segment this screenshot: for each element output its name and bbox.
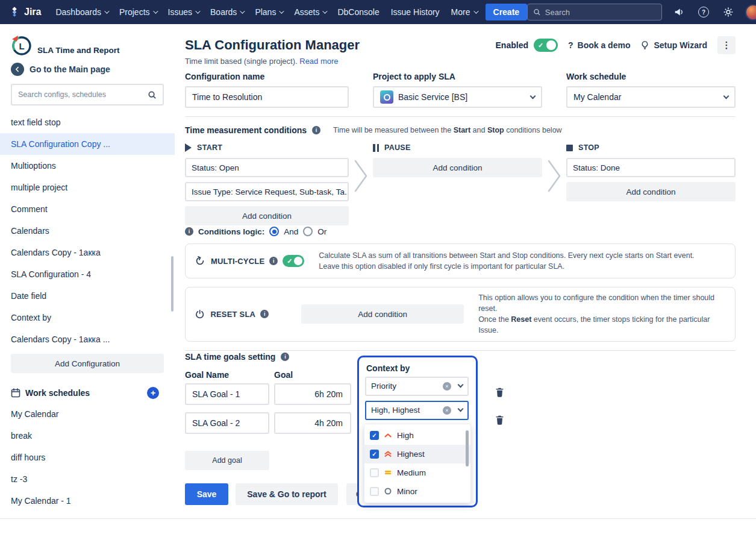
- nav-issue-history[interactable]: Issue History: [391, 7, 440, 17]
- reset-add-condition-button[interactable]: Add condition: [301, 304, 464, 324]
- nav-assets[interactable]: Assets: [294, 7, 326, 17]
- context-values-select[interactable]: High, Highest ×: [365, 401, 469, 420]
- start-condition[interactable]: Status: Open: [185, 158, 349, 177]
- config-item[interactable]: multiple project: [0, 177, 175, 198]
- info-icon[interactable]: i: [185, 227, 193, 236]
- jira-logo-icon: [8, 6, 20, 18]
- announcement-icon[interactable]: [671, 4, 687, 20]
- check-icon: ✓: [538, 42, 543, 49]
- read-more-link[interactable]: Read more: [299, 57, 338, 66]
- nav-plans[interactable]: Plans: [255, 7, 283, 17]
- info-icon[interactable]: i: [269, 257, 278, 265]
- jira-logo[interactable]: Jira: [8, 6, 41, 18]
- schedule-item[interactable]: tz -3: [0, 468, 175, 490]
- chevron-down-icon: [280, 8, 284, 13]
- info-icon[interactable]: i: [312, 126, 320, 134]
- config-item[interactable]: Context by: [0, 307, 175, 328]
- nav-boards[interactable]: Boards: [210, 7, 243, 17]
- delete-goal-button[interactable]: [495, 387, 505, 400]
- config-list: text field stop SLA Configuration Copy .…: [0, 111, 175, 350]
- nav-dbconsole[interactable]: DbConsole: [337, 7, 379, 17]
- help-icon[interactable]: ?: [696, 4, 711, 20]
- user-avatar[interactable]: [745, 4, 756, 20]
- delete-goal-button[interactable]: [495, 415, 505, 427]
- play-icon: [185, 143, 192, 152]
- start-add-condition-button[interactable]: Add condition: [185, 206, 349, 225]
- config-item[interactable]: SLA Configuration - 4: [0, 263, 175, 285]
- checkbox-unchecked[interactable]: [370, 468, 379, 477]
- create-button[interactable]: Create: [486, 4, 528, 20]
- config-item[interactable]: text field stop: [0, 111, 175, 133]
- dropdown-scrollbar[interactable]: [466, 430, 469, 466]
- settings-gear-icon[interactable]: [720, 4, 736, 20]
- config-item[interactable]: Calendars Copy - 1акка: [0, 242, 175, 263]
- schedule-item[interactable]: My Calendar: [0, 403, 175, 425]
- config-item[interactable]: Comment: [0, 198, 175, 220]
- flow-chevron-icon: [354, 135, 368, 225]
- config-item[interactable]: Date field: [0, 285, 175, 307]
- goal-name-input[interactable]: [185, 383, 269, 405]
- save-button[interactable]: Save: [185, 483, 228, 505]
- dropdown-option-highest[interactable]: ✓ Highest: [364, 445, 470, 463]
- dropdown-option-high[interactable]: ✓ High: [364, 426, 470, 445]
- info-icon[interactable]: i: [260, 310, 269, 318]
- logic-and-radio[interactable]: [269, 227, 279, 236]
- stop-condition[interactable]: Status: Done: [566, 158, 736, 177]
- sidebar-search-input[interactable]: [18, 90, 148, 99]
- checkbox-checked[interactable]: ✓: [370, 431, 379, 440]
- nav-more[interactable]: More: [451, 7, 477, 17]
- info-icon[interactable]: i: [281, 353, 289, 361]
- nav-projects[interactable]: Projects: [119, 7, 157, 17]
- sidebar-search[interactable]: [11, 84, 164, 105]
- dropdown-option-minor[interactable]: Minor: [364, 482, 470, 501]
- global-search[interactable]: [527, 4, 662, 20]
- sidebar-scrollbar[interactable]: [171, 256, 173, 312]
- conditions-grid: START Status: Open Issue Type: Service R…: [185, 135, 736, 225]
- pause-add-condition-button[interactable]: Add condition: [373, 158, 542, 177]
- add-goal-button[interactable]: Add goal: [185, 451, 269, 470]
- global-search-input[interactable]: [545, 8, 656, 17]
- config-item-selected[interactable]: SLA Configuration Copy ...: [0, 133, 175, 155]
- add-configuration-button[interactable]: Add Configuration: [11, 354, 164, 373]
- clear-icon[interactable]: ×: [443, 406, 451, 415]
- goal-name-input[interactable]: [185, 412, 269, 434]
- page-title: SLA Configuration Manager: [185, 37, 360, 53]
- nav-issues[interactable]: Issues: [168, 7, 199, 17]
- book-demo-button[interactable]: ? Book a demo: [568, 40, 630, 50]
- schedule-item[interactable]: My Calendar - 1: [0, 490, 175, 512]
- nav-dashboards[interactable]: Dashboards: [55, 7, 108, 17]
- project-avatar: [380, 90, 393, 104]
- clear-icon[interactable]: ×: [443, 382, 451, 391]
- work-schedule-select[interactable]: My Calendar: [566, 86, 736, 108]
- sla-sidebar: L SLA Time and Report Go to the Main pag…: [0, 24, 175, 543]
- sla-app-logo-icon: L: [9, 33, 33, 57]
- project-select[interactable]: Basic Service [BS]: [373, 86, 542, 108]
- start-condition[interactable]: Issue Type: Service Request, Sub-task, T…: [185, 182, 349, 201]
- goal-value-input[interactable]: [274, 412, 351, 434]
- conditions-logic-label: Conditions logic:: [198, 227, 264, 236]
- multi-cycle-toggle[interactable]: ✓: [283, 255, 304, 267]
- stop-add-condition-button[interactable]: Add condition: [566, 182, 736, 201]
- dropdown-option-medium[interactable]: Medium: [364, 463, 470, 482]
- logic-or-radio[interactable]: [303, 227, 313, 236]
- add-schedule-icon[interactable]: +: [147, 387, 159, 399]
- context-field-select[interactable]: Priority ×: [365, 377, 469, 396]
- config-item[interactable]: Calendars Copy - 1акка ...: [0, 328, 175, 350]
- more-menu-icon[interactable]: ⋮: [717, 36, 736, 54]
- app-name: SLA Time and Report: [37, 46, 120, 57]
- goals-section-title: SLA time goals setting: [185, 352, 275, 362]
- save-go-report-button[interactable]: Save & Go to report: [236, 483, 338, 505]
- schedule-item[interactable]: diff hours: [0, 447, 175, 468]
- checkbox-unchecked[interactable]: [370, 487, 379, 496]
- config-item[interactable]: Calendars: [0, 220, 175, 242]
- enabled-toggle[interactable]: ✓: [534, 39, 558, 52]
- back-to-main-link[interactable]: Go to the Main page: [0, 63, 175, 76]
- schedule-item[interactable]: break: [0, 425, 175, 447]
- config-item[interactable]: Multioptions: [0, 155, 175, 177]
- checkbox-checked[interactable]: ✓: [370, 450, 379, 459]
- setup-wizard-button[interactable]: Setup Wizard: [640, 40, 707, 50]
- goal-value-input[interactable]: [274, 383, 351, 405]
- config-name-input[interactable]: [185, 86, 349, 108]
- chevron-down-icon: [195, 8, 200, 13]
- logic-and-label: And: [284, 227, 298, 236]
